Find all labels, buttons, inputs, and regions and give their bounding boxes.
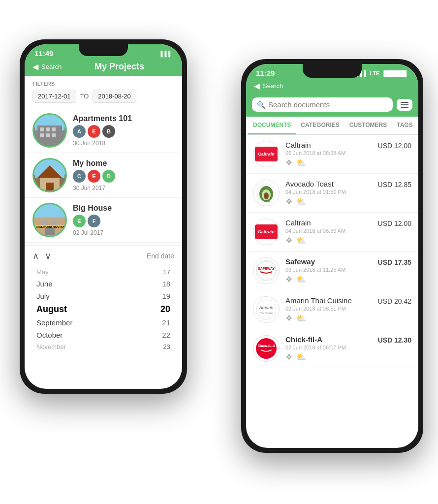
project-item-home[interactable]: My home C E D 30 Jun 2017 (25, 153, 182, 198)
status-icons-left: ▌▌▌ (161, 51, 172, 57)
avatar-3: B (102, 125, 115, 138)
doc-amount-amarin: USD 20.42 (378, 296, 411, 305)
search-input[interactable] (268, 100, 388, 109)
doc-name-chickfila: Chick-fil-A (285, 335, 372, 344)
filter-line-3 (401, 107, 408, 108)
doc-amount-chickfila: USD 12.30 (378, 335, 411, 344)
tab-tags[interactable]: TAGS (392, 117, 417, 134)
notch-right (303, 64, 362, 78)
cloud-icon-4[interactable]: ⛅ (296, 275, 306, 284)
month-row-june[interactable]: June 18 (32, 278, 174, 290)
filter-line-2 (401, 104, 408, 105)
avatar-7: E (73, 215, 86, 227)
month-name-october: October (36, 331, 63, 339)
dropbox-icon-3[interactable]: ❖ (285, 236, 292, 245)
doc-amount-safeway: USD 17.35 (378, 257, 411, 266)
doc-logo-avocado: TOAST (253, 180, 280, 206)
project-name-home: My home (73, 159, 174, 168)
svg-rect-6 (46, 133, 50, 137)
doc-item-chickfila[interactable]: Chick-fil-A Chick-fil-A 02 Jun 2018 at 0… (246, 329, 418, 368)
project-item-bighouse[interactable]: UNDER CONSTRUCTION Big House E F 02 Jul … (25, 198, 182, 243)
svg-text:TOAST: TOAST (262, 199, 271, 202)
doc-icons-caltrain-2: ❖ ⛅ (285, 236, 372, 245)
month-name-november: November (36, 343, 66, 350)
tab-customers[interactable]: CUSTOMERS (344, 117, 392, 134)
dropbox-icon-6[interactable]: ❖ (285, 352, 292, 362)
filter-row: 2017-12-01 TO 2018-08-20 (32, 90, 174, 103)
project-avatars-apts: A E B (73, 125, 174, 138)
month-num-october: 22 (162, 331, 170, 339)
calendar-section: ∧ ∨ End date May 17 June 18 July 19 (25, 245, 182, 352)
svg-rect-7 (52, 133, 56, 137)
cloud-icon-2[interactable]: ⛅ (296, 197, 306, 206)
cal-end-label: End date (147, 252, 174, 260)
svg-rect-12 (35, 205, 64, 218)
project-info-apts: Apartments 101 A E B 30 Jun 2018 (73, 114, 174, 147)
project-date-apts: 30 Jun 2018 (73, 140, 174, 147)
doc-icons-avocado: ❖ ⛅ (285, 197, 372, 206)
search-label-right[interactable]: Search (263, 82, 283, 90)
filter-to-date[interactable]: 2018-08-20 (93, 90, 136, 103)
cal-prev-btn[interactable]: ∧ (32, 251, 39, 261)
search-input-wrap[interactable]: 🔍 (252, 97, 393, 112)
month-num-may: 17 (163, 268, 170, 276)
cloud-icon-5[interactable]: ⛅ (296, 314, 306, 323)
month-row-september[interactable]: September 21 (32, 316, 174, 329)
doc-logo-caltrain-2: Caltrain (253, 219, 280, 245)
project-thumb-apts (32, 113, 67, 148)
search-label-left[interactable]: Search (41, 63, 62, 70)
doc-name-avocado: Avocado Toast (285, 180, 372, 188)
doc-name-amarin: Amarin Thai Cuisine (285, 296, 372, 305)
doc-item-caltrain-1[interactable]: Caltrain Caltrain 05 Jun 2018 at 08:38 A… (246, 135, 418, 174)
svg-rect-4 (52, 127, 56, 131)
project-list: Apartments 101 A E B 30 Jun 2018 (25, 108, 182, 243)
document-content: Caltrain Caltrain 05 Jun 2018 at 08:38 A… (246, 135, 418, 448)
doc-icons-amarin: ❖ ⛅ (285, 314, 372, 323)
svg-text:Chick-fil-A: Chick-fil-A (258, 344, 275, 347)
filter-from-date[interactable]: 2017-12-01 (32, 90, 76, 103)
document-list: Caltrain Caltrain 05 Jun 2018 at 08:38 A… (246, 135, 418, 448)
caltrain-logo-2: Caltrain (255, 224, 278, 239)
tab-documents[interactable]: DOCUMENTS (248, 117, 296, 134)
month-row-july[interactable]: July 19 (32, 290, 174, 302)
tab-categories[interactable]: CATEGORIES (296, 117, 344, 134)
dropbox-icon-1[interactable]: ❖ (285, 158, 292, 167)
cloud-icon-3[interactable]: ⛅ (296, 236, 306, 245)
notch-left (79, 44, 128, 56)
cloud-icon-1[interactable]: ⛅ (296, 158, 306, 167)
month-row-august[interactable]: August 20 (32, 302, 174, 316)
filter-settings-button[interactable] (397, 99, 412, 111)
svg-point-28 (256, 339, 276, 358)
tab-vendors[interactable]: VEND… (418, 117, 418, 134)
nav-title-left: My Projects (64, 62, 174, 72)
cloud-icon-6[interactable]: ⛅ (296, 352, 306, 362)
nav-bar-right: ◀ Search (246, 79, 418, 94)
project-avatars-home: C E D (73, 170, 174, 183)
project-item-apts[interactable]: Apartments 101 A E B 30 Jun 2018 (25, 108, 182, 153)
amarin-logo: Amarin Thai Cuisine (256, 299, 277, 320)
dropbox-icon-4[interactable]: ❖ (285, 275, 292, 284)
doc-date-caltrain-1: 05 Jun 2018 at 08:38 AM (285, 150, 372, 156)
doc-item-safeway[interactable]: SAFEWAY Safeway 03 Jun 2018 at 11:25 AM … (246, 252, 418, 290)
doc-info-safeway: Safeway 03 Jun 2018 at 11:25 AM ❖ ⛅ (285, 257, 372, 284)
month-row-october[interactable]: October 22 (32, 329, 174, 341)
doc-amount-caltrain-1: USD 12.00 (378, 141, 411, 150)
month-row-may[interactable]: May 17 (32, 266, 174, 278)
month-row-november[interactable]: November 23 (32, 341, 174, 352)
back-arrow-left[interactable]: ◀ (32, 62, 38, 71)
project-info-home: My home C E D 30 Jun 2017 (73, 159, 174, 191)
doc-date-amarin: 02 Jun 2018 at 08:51 PM (285, 306, 372, 312)
phone-left: 11:49 ▌▌▌ ◀ Search My Projects FILTERS 2… (20, 39, 187, 394)
doc-item-avocado[interactable]: TOAST Avocado Toast 04 Jun 2018 at 01:50… (246, 174, 418, 213)
dropbox-icon-2[interactable]: ❖ (285, 197, 292, 206)
back-arrow-right[interactable]: ◀ (254, 81, 260, 91)
nav-bar-left: ◀ Search My Projects (25, 60, 182, 76)
status-icons-right: ▌▌▌ LTE ▐█████▌ (356, 70, 408, 76)
doc-item-caltrain-2[interactable]: Caltrain Caltrain 04 Jun 2018 at 08:36 A… (246, 213, 418, 252)
project-info-bighouse: Big House E F 02 Jul 2017 (73, 204, 174, 236)
dropbox-icon-5[interactable]: ❖ (285, 314, 292, 323)
cal-next-btn[interactable]: ∨ (45, 251, 51, 261)
doc-info-amarin: Amarin Thai Cuisine 02 Jun 2018 at 08:51… (285, 296, 372, 323)
svg-rect-2 (40, 127, 44, 131)
doc-item-amarin[interactable]: Amarin Thai Cuisine Amarin Thai Cuisine … (246, 290, 418, 329)
